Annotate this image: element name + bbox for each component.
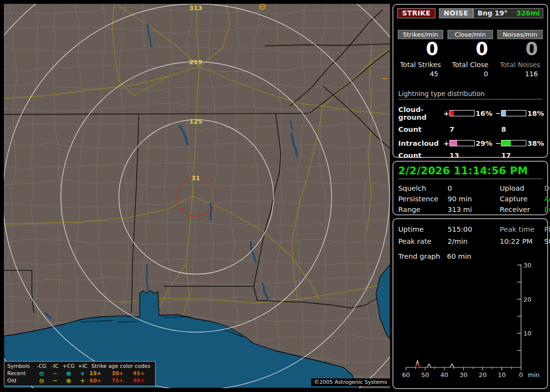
- age-30: 30+: [112, 370, 133, 377]
- strikes-counter-group: Strikes/min 0 Total Strikes 45: [398, 30, 443, 78]
- recent-neg-ic-icon: −: [49, 370, 61, 377]
- age-60: 60+: [89, 377, 112, 384]
- old-neg-cg-icon: ⊖: [34, 377, 49, 384]
- age-90: 90+: [133, 377, 152, 384]
- legend-col-pos-ic: +IC: [76, 363, 89, 370]
- svg-text:125: 125: [189, 118, 202, 125]
- plus-sign: +: [443, 140, 449, 147]
- persistence-value: 90 min: [448, 195, 500, 203]
- capture-value: Active: [544, 195, 550, 203]
- ic-negative-pct: 38%: [527, 140, 547, 147]
- datetime-display: 2/2/2026 11:14:56 PM: [398, 165, 542, 179]
- trend-chart: 1020306050403020100min: [399, 260, 545, 384]
- lightning-map[interactable]: 313 219 125 31 Symbols -CG -IC +CG +IC S…: [4, 4, 390, 388]
- cg-positive-count: 7: [449, 126, 495, 133]
- plus-sign: +: [443, 110, 449, 117]
- status-panel: 2/2/2026 11:14:56 PM Squelch 0 Upload Di…: [392, 161, 548, 215]
- upload-value: Disabled: [544, 184, 550, 192]
- plot-header: Plot: [544, 225, 550, 233]
- legend-col-neg-cg: -CG: [34, 363, 49, 370]
- ic-negative-count: 17: [501, 152, 542, 159]
- peak-time-value: 10:22 PM: [500, 238, 544, 245]
- minus-sign: −: [495, 140, 501, 147]
- strike-toggle-button[interactable]: STRIKE: [397, 8, 435, 18]
- receiver-value: Enabled: [544, 206, 550, 213]
- lightning-distribution: Lightning type distribution Cloud-ground…: [398, 90, 542, 159]
- uptime-label: Uptime: [398, 225, 448, 233]
- svg-text:10: 10: [498, 371, 506, 378]
- legend-age-header: Strike age color codes: [89, 363, 152, 370]
- close-per-min-value: 0: [448, 39, 493, 60]
- strikes-per-min-value: 0: [398, 39, 443, 60]
- range-label: Range: [398, 206, 448, 213]
- close-per-min-chip: Close/min: [448, 30, 493, 39]
- plot-value: Strike: [544, 238, 550, 245]
- trend-graph-value: 60 min: [447, 252, 471, 260]
- squelch-value: 0: [448, 184, 500, 192]
- age-75: 75+: [112, 377, 133, 384]
- legend-symbols-header: Symbols: [7, 363, 34, 370]
- svg-text:219: 219: [189, 58, 202, 66]
- svg-text:0: 0: [519, 371, 523, 378]
- svg-text:50: 50: [421, 371, 429, 378]
- svg-text:20: 20: [478, 371, 487, 378]
- age-15: 15+: [89, 370, 112, 377]
- ic-positive-count: 13: [449, 152, 495, 159]
- capture-label: Capture: [500, 195, 544, 203]
- cg-negative-bar: [501, 110, 526, 116]
- cg-count-label: Count: [398, 126, 443, 133]
- trend-panel: Uptime 515:00 Peak time Plot Peak rate 2…: [392, 218, 548, 389]
- cg-positive-bar: [449, 110, 475, 116]
- total-close-label: Total Close: [448, 61, 493, 69]
- total-noises-value: 116: [497, 70, 543, 78]
- legend-col-pos-cg: +CG: [61, 363, 76, 370]
- squelch-label: Squelch: [398, 184, 448, 192]
- map-canvas: 313 219 125 31: [4, 4, 390, 388]
- noises-counter-group: Noises/min 0 Total Noises 116: [497, 30, 543, 78]
- old-pos-cg-icon: ⊕: [61, 377, 76, 384]
- total-strikes-value: 45: [398, 70, 443, 78]
- intracloud-label: Intracloud: [398, 140, 443, 147]
- cg-negative-count: 8: [501, 126, 542, 133]
- svg-text:40: 40: [440, 371, 449, 378]
- total-strikes-label: Total Strikes: [398, 61, 443, 69]
- old-neg-ic-icon: −: [49, 377, 61, 384]
- legend-row-old: Old: [7, 377, 34, 384]
- recent-pos-cg-icon: ⊕: [61, 370, 76, 377]
- svg-text:31: 31: [191, 174, 200, 182]
- peak-time-header: Peak time: [500, 225, 544, 233]
- minus-sign: −: [495, 110, 501, 117]
- cg-positive-pct: 16%: [476, 110, 495, 117]
- total-close-value: 0: [448, 70, 493, 78]
- peak-rate-value: 2/min: [448, 238, 500, 245]
- svg-text:min: min: [528, 371, 540, 378]
- cloud-ground-label: Cloud-ground: [398, 106, 443, 121]
- svg-text:30: 30: [523, 262, 532, 269]
- range-value: 313 mi: [448, 206, 500, 213]
- svg-text:20: 20: [523, 296, 532, 303]
- receiver-label: Receiver: [500, 206, 544, 213]
- trend-chart-canvas: 1020306050403020100min: [399, 260, 544, 382]
- ic-negative-bar: [501, 140, 526, 146]
- strike-stats-panel: STRIKE NOISE Bng 19° 326mi Strikes/min 0…: [392, 4, 548, 158]
- svg-text:60: 60: [402, 371, 410, 378]
- strikes-per-min-chip: Strikes/min: [398, 30, 443, 39]
- svg-text:10: 10: [523, 330, 532, 337]
- legend-col-neg-ic: -IC: [49, 363, 61, 370]
- bearing-value: Bng 19°: [478, 9, 507, 17]
- ic-positive-bar: [449, 140, 475, 146]
- ic-positive-pct: 29%: [476, 140, 495, 147]
- cg-negative-pct: 18%: [527, 110, 547, 117]
- bearing-range-value: 326mi: [516, 9, 540, 17]
- old-pos-ic-icon: +: [76, 377, 89, 384]
- age-45: 45+: [133, 370, 152, 377]
- noise-toggle-button[interactable]: NOISE: [439, 8, 473, 18]
- svg-text:30: 30: [460, 371, 468, 378]
- trend-graph-label: Trend graph: [398, 252, 440, 260]
- distribution-title: Lightning type distribution: [398, 90, 542, 99]
- uptime-value: 515:00: [448, 225, 500, 233]
- ic-count-label: Count: [398, 152, 443, 159]
- copyright-text: ©2005 Astrogenic Systems: [311, 378, 390, 386]
- recent-neg-cg-icon: ⊖: [34, 370, 49, 377]
- peak-rate-label: Peak rate: [398, 238, 448, 245]
